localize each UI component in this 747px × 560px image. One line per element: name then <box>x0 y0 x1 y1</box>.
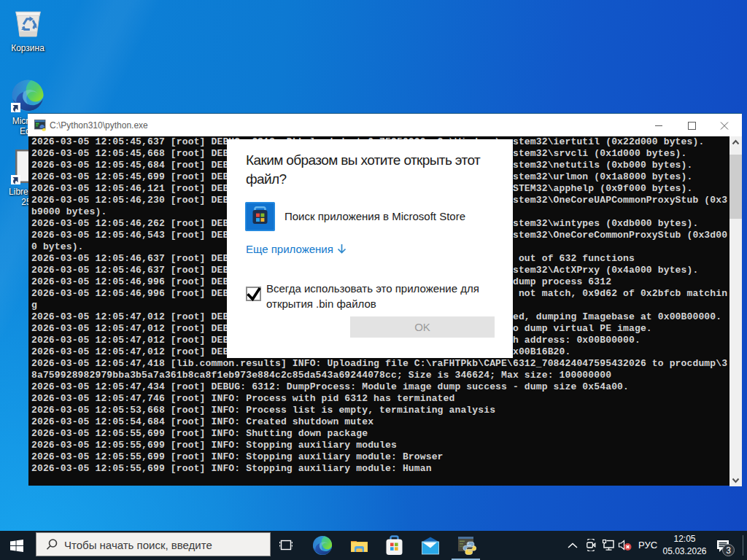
svg-text:3: 3 <box>726 545 731 556</box>
